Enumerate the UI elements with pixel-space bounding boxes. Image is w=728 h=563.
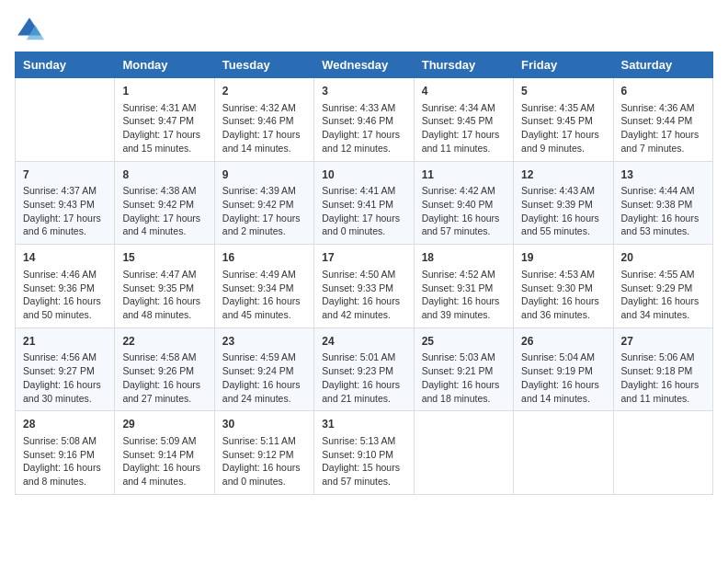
week-row-5: 28 Sunrise: 5:08 AM Sunset: 9:16 PM Dayl… xyxy=(16,411,713,495)
calendar-cell xyxy=(16,78,115,162)
calendar-cell: 12 Sunrise: 4:43 AM Sunset: 9:39 PM Dayl… xyxy=(514,161,613,245)
day-number: 11 xyxy=(422,167,506,183)
day-info: Sunrise: 4:35 AM Sunset: 9:45 PM Dayligh… xyxy=(521,101,605,155)
day-number: 2 xyxy=(222,84,306,99)
calendar-cell: 27 Sunrise: 5:06 AM Sunset: 9:18 PM Dayl… xyxy=(613,327,712,411)
day-info: Sunrise: 4:41 AM Sunset: 9:41 PM Dayligh… xyxy=(322,184,405,238)
calendar-cell xyxy=(414,411,513,495)
day-info: Sunrise: 4:39 AM Sunset: 9:42 PM Dayligh… xyxy=(222,184,306,238)
col-header-tuesday: Tuesday xyxy=(214,52,313,78)
day-number: 10 xyxy=(322,167,405,183)
calendar-cell: 13 Sunrise: 4:44 AM Sunset: 9:38 PM Dayl… xyxy=(613,161,712,245)
col-header-sunday: Sunday xyxy=(16,52,115,78)
week-row-2: 7 Sunrise: 4:37 AM Sunset: 9:43 PM Dayli… xyxy=(16,161,713,245)
day-info: Sunrise: 5:01 AM Sunset: 9:23 PM Dayligh… xyxy=(322,350,405,405)
day-number: 15 xyxy=(122,250,206,266)
day-info: Sunrise: 5:06 AM Sunset: 9:18 PM Dayligh… xyxy=(621,350,705,405)
calendar-cell: 30 Sunrise: 5:11 AM Sunset: 9:12 PM Dayl… xyxy=(214,411,313,495)
day-info: Sunrise: 4:58 AM Sunset: 9:26 PM Dayligh… xyxy=(122,350,206,405)
calendar-cell: 14 Sunrise: 4:46 AM Sunset: 9:36 PM Dayl… xyxy=(16,245,115,328)
calendar-cell: 1 Sunrise: 4:31 AM Sunset: 9:47 PM Dayli… xyxy=(115,78,214,162)
day-info: Sunrise: 5:08 AM Sunset: 9:16 PM Dayligh… xyxy=(23,434,107,488)
day-info: Sunrise: 4:38 AM Sunset: 9:42 PM Dayligh… xyxy=(122,184,206,238)
calendar-cell: 11 Sunrise: 4:42 AM Sunset: 9:40 PM Dayl… xyxy=(414,161,513,245)
day-info: Sunrise: 4:31 AM Sunset: 9:47 PM Dayligh… xyxy=(122,101,206,155)
day-info: Sunrise: 4:53 AM Sunset: 9:30 PM Dayligh… xyxy=(521,268,605,322)
day-number: 29 xyxy=(122,417,206,432)
calendar-table: SundayMondayTuesdayWednesdayThursdayFrid… xyxy=(15,52,713,495)
day-number: 24 xyxy=(322,334,405,350)
calendar-cell: 2 Sunrise: 4:32 AM Sunset: 9:46 PM Dayli… xyxy=(214,78,313,162)
day-info: Sunrise: 5:13 AM Sunset: 9:10 PM Dayligh… xyxy=(322,434,405,488)
day-info: Sunrise: 4:37 AM Sunset: 9:43 PM Dayligh… xyxy=(23,184,107,238)
day-number: 25 xyxy=(422,334,506,350)
calendar-cell: 19 Sunrise: 4:53 AM Sunset: 9:30 PM Dayl… xyxy=(514,245,613,328)
week-row-4: 21 Sunrise: 4:56 AM Sunset: 9:27 PM Dayl… xyxy=(16,327,713,411)
day-info: Sunrise: 4:34 AM Sunset: 9:45 PM Dayligh… xyxy=(422,101,506,155)
day-info: Sunrise: 4:59 AM Sunset: 9:24 PM Dayligh… xyxy=(222,350,306,405)
day-number: 9 xyxy=(222,167,306,183)
week-row-3: 14 Sunrise: 4:46 AM Sunset: 9:36 PM Dayl… xyxy=(16,245,713,328)
logo-icon xyxy=(15,15,44,44)
day-number: 31 xyxy=(322,417,405,432)
calendar-cell: 25 Sunrise: 5:03 AM Sunset: 9:21 PM Dayl… xyxy=(414,327,513,411)
day-number: 16 xyxy=(222,250,306,266)
calendar-cell: 23 Sunrise: 4:59 AM Sunset: 9:24 PM Dayl… xyxy=(214,327,313,411)
day-number: 27 xyxy=(621,334,705,350)
day-number: 19 xyxy=(521,250,605,266)
day-number: 8 xyxy=(122,167,206,183)
calendar-cell: 3 Sunrise: 4:33 AM Sunset: 9:46 PM Dayli… xyxy=(314,78,414,162)
day-number: 22 xyxy=(122,334,206,350)
col-header-saturday: Saturday xyxy=(613,52,712,78)
calendar-cell: 9 Sunrise: 4:39 AM Sunset: 9:42 PM Dayli… xyxy=(214,161,313,245)
day-number: 12 xyxy=(521,167,605,183)
calendar-cell: 31 Sunrise: 5:13 AM Sunset: 9:10 PM Dayl… xyxy=(314,411,414,495)
day-info: Sunrise: 5:04 AM Sunset: 9:19 PM Dayligh… xyxy=(521,350,605,405)
logo xyxy=(15,15,48,44)
day-number: 5 xyxy=(521,84,605,99)
calendar-cell: 24 Sunrise: 5:01 AM Sunset: 9:23 PM Dayl… xyxy=(314,327,414,411)
day-number: 17 xyxy=(322,250,405,266)
day-info: Sunrise: 4:52 AM Sunset: 9:31 PM Dayligh… xyxy=(422,268,506,322)
day-number: 26 xyxy=(521,334,605,350)
calendar-cell: 28 Sunrise: 5:08 AM Sunset: 9:16 PM Dayl… xyxy=(16,411,115,495)
week-row-1: 1 Sunrise: 4:31 AM Sunset: 9:47 PM Dayli… xyxy=(16,78,713,162)
calendar-cell: 15 Sunrise: 4:47 AM Sunset: 9:35 PM Dayl… xyxy=(115,245,214,328)
day-number: 13 xyxy=(621,167,705,183)
day-number: 20 xyxy=(621,250,705,266)
col-header-thursday: Thursday xyxy=(414,52,513,78)
calendar-cell: 4 Sunrise: 4:34 AM Sunset: 9:45 PM Dayli… xyxy=(414,78,513,162)
day-number: 21 xyxy=(23,334,107,350)
day-info: Sunrise: 4:32 AM Sunset: 9:46 PM Dayligh… xyxy=(222,101,306,155)
calendar-cell: 10 Sunrise: 4:41 AM Sunset: 9:41 PM Dayl… xyxy=(314,161,414,245)
col-header-monday: Monday xyxy=(115,52,214,78)
day-number: 28 xyxy=(23,417,107,432)
day-info: Sunrise: 4:50 AM Sunset: 9:33 PM Dayligh… xyxy=(322,268,405,322)
calendar-cell: 29 Sunrise: 5:09 AM Sunset: 9:14 PM Dayl… xyxy=(115,411,214,495)
calendar-cell: 6 Sunrise: 4:36 AM Sunset: 9:44 PM Dayli… xyxy=(613,78,712,162)
page-header xyxy=(15,15,713,44)
day-number: 14 xyxy=(23,250,107,266)
day-number: 18 xyxy=(422,250,506,266)
calendar-cell xyxy=(514,411,613,495)
day-info: Sunrise: 4:43 AM Sunset: 9:39 PM Dayligh… xyxy=(521,184,605,238)
calendar-cell: 18 Sunrise: 4:52 AM Sunset: 9:31 PM Dayl… xyxy=(414,245,513,328)
calendar-cell: 5 Sunrise: 4:35 AM Sunset: 9:45 PM Dayli… xyxy=(514,78,613,162)
day-number: 23 xyxy=(222,334,306,350)
col-header-friday: Friday xyxy=(514,52,613,78)
col-header-wednesday: Wednesday xyxy=(314,52,414,78)
day-info: Sunrise: 4:33 AM Sunset: 9:46 PM Dayligh… xyxy=(322,101,405,155)
day-info: Sunrise: 4:56 AM Sunset: 9:27 PM Dayligh… xyxy=(23,350,107,405)
calendar-cell: 16 Sunrise: 4:49 AM Sunset: 9:34 PM Dayl… xyxy=(214,245,313,328)
day-info: Sunrise: 4:42 AM Sunset: 9:40 PM Dayligh… xyxy=(422,184,506,238)
day-info: Sunrise: 5:09 AM Sunset: 9:14 PM Dayligh… xyxy=(122,434,206,488)
day-info: Sunrise: 4:46 AM Sunset: 9:36 PM Dayligh… xyxy=(23,268,107,322)
calendar-cell: 17 Sunrise: 4:50 AM Sunset: 9:33 PM Dayl… xyxy=(314,245,414,328)
day-info: Sunrise: 4:36 AM Sunset: 9:44 PM Dayligh… xyxy=(621,101,705,155)
day-number: 7 xyxy=(23,167,107,183)
calendar-cell: 7 Sunrise: 4:37 AM Sunset: 9:43 PM Dayli… xyxy=(16,161,115,245)
calendar-cell: 21 Sunrise: 4:56 AM Sunset: 9:27 PM Dayl… xyxy=(16,327,115,411)
day-info: Sunrise: 4:47 AM Sunset: 9:35 PM Dayligh… xyxy=(122,268,206,322)
day-info: Sunrise: 4:44 AM Sunset: 9:38 PM Dayligh… xyxy=(621,184,705,238)
day-info: Sunrise: 4:55 AM Sunset: 9:29 PM Dayligh… xyxy=(621,268,705,322)
